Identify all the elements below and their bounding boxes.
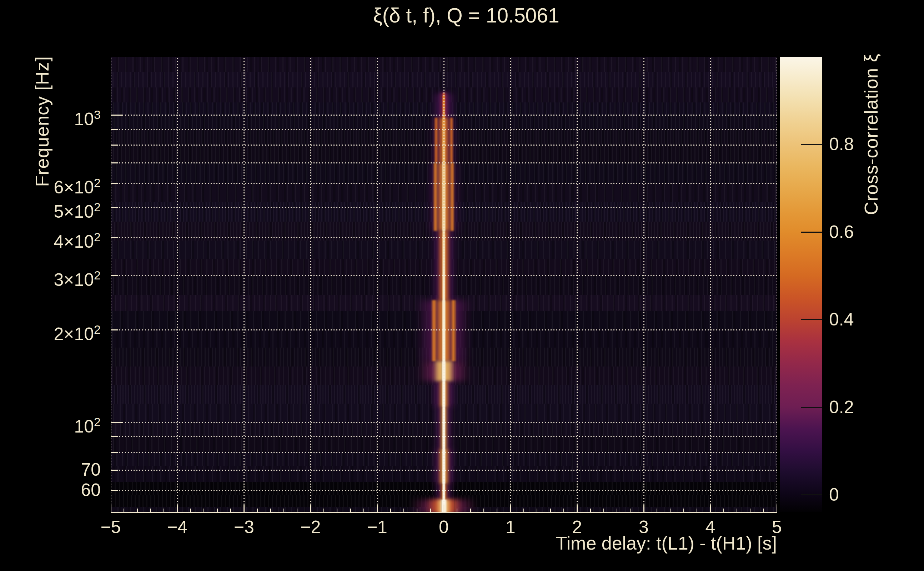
y-axis-title: Frequency [Hz] bbox=[31, 56, 53, 187]
x-gridline bbox=[177, 57, 178, 513]
y-minor-tick bbox=[111, 329, 118, 330]
y-tick-label: 3×102 bbox=[54, 265, 101, 290]
y-minor-tick bbox=[111, 129, 118, 130]
y-major-tick bbox=[111, 114, 123, 116]
y-tick-label: 102 bbox=[74, 412, 101, 437]
colorbar-tick bbox=[801, 144, 822, 145]
x-tick-label: 1 bbox=[505, 517, 516, 537]
y-tick-label: 70 bbox=[81, 459, 101, 480]
colorbar-tick bbox=[801, 494, 822, 495]
chart-title: ξ(δ t, f), Q = 10.5061 bbox=[373, 3, 559, 28]
x-gridline bbox=[443, 57, 445, 513]
x-tick-label: 2 bbox=[572, 517, 582, 537]
x-tick-label: 5 bbox=[772, 517, 782, 537]
colorbar-tick-label: 0.2 bbox=[829, 397, 854, 418]
colorbar-tick-label: 0.8 bbox=[829, 134, 854, 154]
x-tick-label: −1 bbox=[367, 517, 387, 537]
x-axis-title: Time delay: t(L1) - t(H1) [s] bbox=[556, 532, 777, 554]
x-axis-line bbox=[111, 512, 777, 513]
x-tick-label: −5 bbox=[100, 517, 121, 537]
y-major-tick bbox=[111, 422, 123, 423]
colorbar-tick-label: 0 bbox=[829, 484, 839, 505]
figure: ξ(δ t, f), Q = 10.5061 Frequency [Hz] Ti… bbox=[0, 0, 924, 571]
y-minor-tick bbox=[111, 145, 118, 146]
x-tick-label: 0 bbox=[439, 517, 449, 537]
y-minor-tick bbox=[111, 452, 118, 453]
colorbar-tick bbox=[801, 231, 822, 233]
colorbar-tick-label: 0.4 bbox=[829, 309, 854, 330]
y-minor-tick bbox=[111, 490, 118, 491]
x-tick-label: −4 bbox=[167, 517, 187, 537]
colorbar-tick bbox=[801, 319, 822, 320]
x-gridline bbox=[777, 57, 777, 513]
y-tick-label: 60 bbox=[81, 480, 101, 500]
y-tick-label: 6×102 bbox=[54, 172, 101, 198]
y-minor-tick bbox=[111, 275, 118, 276]
y-tick-label: 5×102 bbox=[54, 197, 101, 222]
y-minor-tick bbox=[111, 470, 118, 471]
y-minor-tick bbox=[111, 436, 118, 437]
y-tick-label: 2×102 bbox=[54, 319, 101, 344]
y-tick-label: 103 bbox=[74, 104, 101, 130]
x-gridline bbox=[310, 57, 311, 513]
x-gridline bbox=[377, 57, 378, 513]
colorbar-tick bbox=[801, 407, 822, 408]
y-minor-tick bbox=[111, 207, 118, 208]
x-gridline bbox=[111, 57, 111, 513]
x-gridline bbox=[244, 57, 244, 513]
x-tick-label: 3 bbox=[639, 517, 649, 537]
colorbar-tick-label: 0.6 bbox=[829, 222, 854, 242]
heatmap-plot-area bbox=[111, 57, 777, 513]
y-minor-tick bbox=[111, 183, 118, 184]
x-tick-label: −3 bbox=[234, 517, 254, 537]
x-gridline bbox=[643, 57, 644, 513]
colorbar bbox=[780, 57, 822, 512]
x-gridline bbox=[510, 57, 511, 513]
x-gridline bbox=[710, 57, 711, 513]
x-gridline bbox=[576, 57, 578, 513]
y-minor-tick bbox=[111, 237, 118, 238]
y-minor-tick bbox=[111, 162, 118, 164]
x-tick-label: 4 bbox=[705, 517, 715, 537]
y-tick-label: 4×102 bbox=[54, 227, 101, 252]
x-tick-label: −2 bbox=[300, 517, 321, 537]
colorbar-title: Cross-correlation ξ bbox=[861, 54, 882, 215]
